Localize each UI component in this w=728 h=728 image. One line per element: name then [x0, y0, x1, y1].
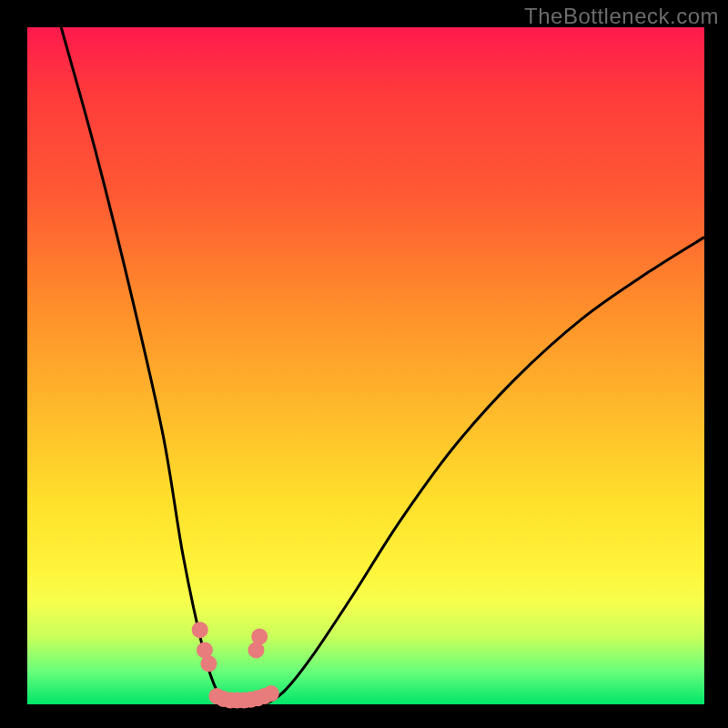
marker-dot	[251, 629, 268, 645]
bottleneck-curve	[61, 27, 704, 705]
marker-dots-group	[192, 622, 279, 708]
chart-container: TheBottleneck.com	[0, 0, 728, 728]
marker-dot	[192, 622, 208, 638]
chart-svg	[27, 27, 704, 704]
watermark-text: TheBottleneck.com	[524, 4, 719, 29]
marker-dot	[200, 655, 217, 672]
marker-dot	[263, 685, 279, 702]
plot-gradient-background	[27, 27, 704, 704]
